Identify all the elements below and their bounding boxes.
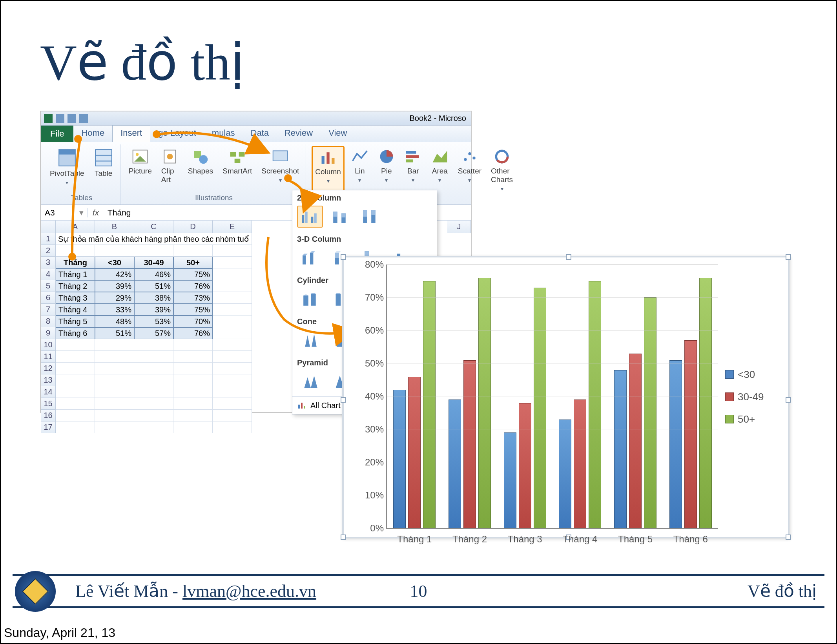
empty-cell[interactable] xyxy=(95,398,134,410)
data-cell[interactable]: 42% xyxy=(95,268,134,280)
empty-cell[interactable] xyxy=(213,327,252,339)
resize-handle[interactable] xyxy=(341,397,346,403)
resize-handle[interactable] xyxy=(786,254,791,260)
row-header[interactable]: 2 xyxy=(41,245,56,257)
row-header[interactable]: 14 xyxy=(41,386,56,398)
empty-cell[interactable] xyxy=(95,339,134,351)
row-header[interactable]: 4 xyxy=(41,268,56,280)
fx-icon[interactable]: fx xyxy=(88,208,104,217)
empty-cell[interactable] xyxy=(173,386,213,398)
chart-option-3d-clustered[interactable] xyxy=(297,247,323,269)
empty-cell[interactable] xyxy=(134,339,173,351)
empty-cell[interactable] xyxy=(213,421,252,433)
resize-handle[interactable] xyxy=(341,254,346,260)
empty-cell[interactable] xyxy=(213,398,252,410)
redo-icon[interactable] xyxy=(79,114,88,123)
empty-cell[interactable] xyxy=(213,280,252,292)
data-cell[interactable]: 46% xyxy=(134,268,173,280)
chart-option-cylinder-1[interactable] xyxy=(297,288,323,310)
col-header[interactable]: D xyxy=(173,221,213,233)
empty-cell[interactable] xyxy=(173,374,213,386)
data-cell[interactable]: 38% xyxy=(134,292,173,304)
bar-chart-button[interactable]: Bar ▾ xyxy=(402,146,425,194)
row-header[interactable]: 17 xyxy=(41,421,56,433)
name-box[interactable]: A3 ▾ xyxy=(41,208,88,217)
resize-handle[interactable] xyxy=(566,254,571,260)
data-cell[interactable]: 29% xyxy=(95,292,134,304)
empty-cell[interactable] xyxy=(173,339,213,351)
empty-cell[interactable] xyxy=(213,257,252,268)
picture-button[interactable]: Picture xyxy=(126,146,155,186)
empty-cell[interactable] xyxy=(56,351,95,363)
tab-file[interactable]: File xyxy=(41,126,73,142)
empty-cell[interactable] xyxy=(134,363,173,374)
empty-cell[interactable] xyxy=(134,410,173,421)
pivottable-button[interactable]: PivotTable ▾ xyxy=(47,146,87,188)
empty-cell[interactable] xyxy=(213,386,252,398)
data-cell[interactable]: 39% xyxy=(134,304,173,316)
data-cell[interactable]: Tháng 2 xyxy=(56,280,95,292)
empty-cell[interactable] xyxy=(213,292,252,304)
area-chart-button[interactable]: Area ▾ xyxy=(429,146,451,194)
empty-cell[interactable] xyxy=(213,363,252,374)
empty-cell[interactable] xyxy=(134,245,173,257)
data-cell[interactable]: 76% xyxy=(173,280,213,292)
empty-cell[interactable] xyxy=(95,374,134,386)
row-header[interactable]: 3 xyxy=(41,257,56,268)
empty-cell[interactable] xyxy=(213,245,252,257)
row-header[interactable]: 1 xyxy=(41,233,56,245)
screenshot-button[interactable]: Screenshot ▾ xyxy=(259,146,302,186)
smartart-button[interactable]: SmartArt xyxy=(220,146,255,186)
title-cell[interactable]: Sự thỏa mãn của khách hàng phân theo các… xyxy=(56,233,252,245)
empty-cell[interactable] xyxy=(173,245,213,257)
data-cell[interactable]: 76% xyxy=(173,327,213,339)
empty-cell[interactable] xyxy=(134,421,173,433)
data-cell[interactable]: 51% xyxy=(95,327,134,339)
col-header[interactable]: B xyxy=(95,221,134,233)
data-cell[interactable]: 57% xyxy=(134,327,173,339)
data-cell[interactable]: Tháng 3 xyxy=(56,292,95,304)
chart-option-stacked-column[interactable] xyxy=(327,206,353,228)
row-header[interactable]: 12 xyxy=(41,363,56,374)
table-header-cell[interactable]: <30 xyxy=(95,257,134,268)
row-header[interactable]: 8 xyxy=(41,316,56,327)
empty-cell[interactable] xyxy=(56,245,95,257)
data-cell[interactable]: 48% xyxy=(95,316,134,327)
row-header[interactable]: 7 xyxy=(41,304,56,316)
clipart-button[interactable]: Clip Art xyxy=(159,146,181,186)
chart-option-100-stacked-column[interactable] xyxy=(357,206,383,228)
chart-option-clustered-column[interactable] xyxy=(297,206,323,228)
empty-cell[interactable] xyxy=(213,304,252,316)
empty-cell[interactable] xyxy=(56,386,95,398)
empty-cell[interactable] xyxy=(213,410,252,421)
row-header[interactable]: 11 xyxy=(41,351,56,363)
empty-cell[interactable] xyxy=(95,410,134,421)
empty-cell[interactable] xyxy=(213,339,252,351)
chart-panel[interactable]: Tháng 1Tháng 2Tháng 3Tháng 4Tháng 5Tháng… xyxy=(342,256,790,538)
tab-home[interactable]: Home xyxy=(73,126,112,142)
row-header[interactable]: 15 xyxy=(41,398,56,410)
data-cell[interactable]: 39% xyxy=(95,280,134,292)
empty-cell[interactable] xyxy=(173,410,213,421)
data-cell[interactable]: 53% xyxy=(134,316,173,327)
tab-review[interactable]: Review xyxy=(277,126,321,142)
column-chart-button[interactable]: Column ▾ xyxy=(312,146,344,194)
data-cell[interactable]: Tháng 6 xyxy=(56,327,95,339)
chart-option-cone-1[interactable] xyxy=(297,329,323,351)
data-cell[interactable]: Tháng 1 xyxy=(56,268,95,280)
tab-insert[interactable]: Insert xyxy=(112,125,150,142)
scatter-chart-button[interactable]: Scatter ▾ xyxy=(455,146,484,194)
row-header[interactable]: 10 xyxy=(41,339,56,351)
row-header[interactable]: 13 xyxy=(41,374,56,386)
pie-chart-button[interactable]: Pie ▾ xyxy=(375,146,398,194)
chart-option-pyramid-1[interactable] xyxy=(297,370,323,392)
data-cell[interactable]: 51% xyxy=(134,280,173,292)
resize-handle[interactable] xyxy=(341,535,346,540)
row-header[interactable]: 5 xyxy=(41,280,56,292)
select-all-cell[interactable] xyxy=(41,221,56,233)
data-cell[interactable]: 73% xyxy=(173,292,213,304)
row-header[interactable]: 9 xyxy=(41,327,56,339)
table-button[interactable]: Table xyxy=(91,146,116,188)
empty-cell[interactable] xyxy=(56,374,95,386)
data-cell[interactable]: Tháng 4 xyxy=(56,304,95,316)
